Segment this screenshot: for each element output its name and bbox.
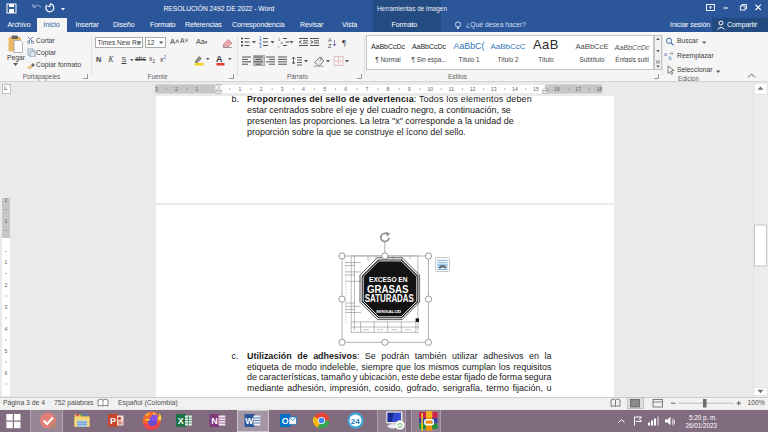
svg-text:5:20 p. m.: 5:20 p. m. <box>689 414 717 422</box>
svg-text:6: 6 <box>5 370 8 376</box>
svg-text:12: 12 <box>470 86 476 92</box>
svg-text:1: 1 <box>5 218 8 224</box>
svg-text:i: i <box>278 44 279 49</box>
svg-text:SATURADAS: SATURADAS <box>365 293 414 304</box>
svg-text:11: 11 <box>449 86 454 92</box>
svg-text:15: 15 <box>533 86 539 92</box>
svg-text:7: 7 <box>365 86 368 92</box>
svg-text:1: 1 <box>239 86 242 92</box>
svg-text:P: P <box>110 416 116 426</box>
svg-text:X: X <box>178 416 184 426</box>
svg-text:8: 8 <box>387 86 390 92</box>
svg-text:A: A <box>328 37 332 43</box>
svg-text:3: 3 <box>5 304 8 310</box>
svg-text:W: W <box>245 416 254 426</box>
svg-text:Z: Z <box>328 43 332 48</box>
svg-text:A: A <box>216 54 223 64</box>
svg-text:EXCESO EN: EXCESO EN <box>369 276 408 283</box>
svg-text:6: 6 <box>344 86 347 92</box>
svg-text:1: 1 <box>196 86 199 92</box>
svg-text:3: 3 <box>259 44 262 48</box>
svg-text:9: 9 <box>408 86 411 92</box>
svg-text:2: 2 <box>260 86 263 92</box>
svg-text:a: a <box>664 51 668 57</box>
svg-text:5: 5 <box>323 86 326 92</box>
svg-text:5: 5 <box>5 348 8 354</box>
svg-text:17: 17 <box>575 86 581 92</box>
svg-text:a: a <box>281 40 284 45</box>
svg-text:4: 4 <box>5 326 8 332</box>
svg-text:2: 2 <box>5 282 8 288</box>
svg-text:4: 4 <box>302 86 305 92</box>
svg-text:b: b <box>669 55 672 61</box>
svg-text:N: N <box>211 416 218 426</box>
svg-text:18: 18 <box>596 86 602 92</box>
svg-text:14: 14 <box>512 86 518 92</box>
svg-text:¶: ¶ <box>342 38 346 48</box>
svg-text:10: 10 <box>427 86 433 92</box>
svg-text:16: 16 <box>554 86 560 92</box>
svg-text:MINSALUD: MINSALUD <box>376 309 401 314</box>
svg-text:2: 2 <box>175 86 178 92</box>
svg-text:3: 3 <box>281 86 284 92</box>
svg-text:3: 3 <box>155 86 158 92</box>
svg-text:1: 1 <box>5 259 8 265</box>
svg-text:O: O <box>282 416 289 426</box>
svg-text:24: 24 <box>351 417 360 426</box>
svg-text:26/01/2023: 26/01/2023 <box>685 422 717 429</box>
svg-text:13: 13 <box>491 86 497 92</box>
svg-text:2: 2 <box>5 197 8 203</box>
